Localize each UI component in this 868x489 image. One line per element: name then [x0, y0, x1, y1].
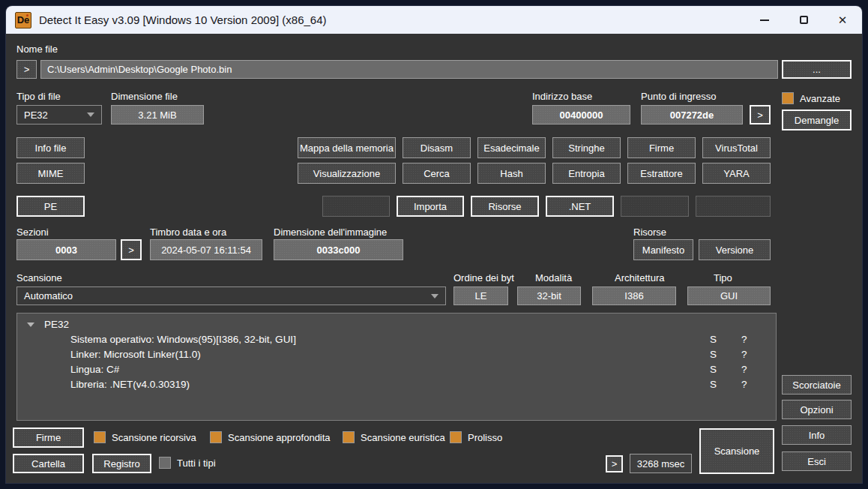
file-type-combo[interactable]: PE32: [16, 105, 102, 124]
advanced-label: Avanzate: [800, 93, 840, 104]
tree-root-pe32[interactable]: PE32: [44, 317, 69, 332]
import-button[interactable]: Importa: [397, 196, 464, 217]
disasm-button[interactable]: Disasm: [403, 137, 471, 158]
entry-point-value[interactable]: 007272de: [641, 105, 743, 124]
scan-method-value: Automatico: [24, 290, 73, 302]
minimize-icon: [760, 20, 769, 21]
info-button[interactable]: Info: [782, 425, 852, 445]
entry-point-goto-button[interactable]: >: [750, 105, 771, 124]
shortcuts-button[interactable]: Scorciatoie: [782, 375, 852, 394]
resources-button[interactable]: Risorse: [471, 196, 539, 217]
pe-button[interactable]: PE: [16, 196, 85, 217]
all-types-label: Tutti i tipi: [177, 458, 216, 469]
browse-button[interactable]: ...: [782, 60, 852, 79]
all-types-checkbox[interactable]: [159, 457, 171, 469]
result-row-language[interactable]: Lingua: C#: [70, 362, 119, 377]
signatures-button[interactable]: Firme: [13, 428, 84, 448]
timestamp-value[interactable]: 2024-05-07 16:11:54: [150, 239, 262, 260]
registry-button[interactable]: Registro: [92, 454, 151, 473]
extractor-button[interactable]: Estrattore: [627, 163, 696, 184]
elapsed-time: 3268 msec: [630, 454, 692, 473]
close-button[interactable]: ✕: [823, 6, 862, 34]
virustotal-button[interactable]: VirusTotal: [702, 137, 771, 158]
file-size-value[interactable]: 3.21 MiB: [111, 105, 204, 124]
signature-button-1[interactable]: S: [710, 347, 717, 362]
disabled-button-3: [696, 196, 771, 217]
window-title: Detect It Easy v3.09 [Windows 10 Version…: [39, 14, 327, 26]
signatures-tool-button[interactable]: Firme: [627, 137, 696, 158]
info-button-0[interactable]: ?: [741, 332, 747, 347]
sections-goto-button[interactable]: >: [121, 239, 142, 260]
memory-map-button[interactable]: Mappa della memoria: [298, 137, 396, 158]
base-address-value[interactable]: 00400000: [532, 105, 630, 124]
deep-scan-checkbox[interactable]: [210, 431, 222, 443]
heuristic-scan-label: Scansione euristica: [361, 432, 445, 443]
chevron-down-icon: [431, 294, 438, 298]
window-controls: ✕: [745, 6, 862, 34]
mode-value[interactable]: 32-bit: [517, 286, 581, 305]
manifest-button[interactable]: Manifesto: [633, 239, 693, 260]
mime-button[interactable]: MIME: [16, 163, 85, 184]
title-bar: De Detect It Easy v3.09 [Windows 10 Vers…: [6, 6, 862, 34]
resources-group-label: Risorse: [633, 226, 666, 238]
hash-button[interactable]: Hash: [477, 163, 546, 184]
result-row-os[interactable]: Sistema operativo: Windows(95)[I386, 32-…: [70, 332, 296, 347]
strings-button[interactable]: Stringhe: [552, 137, 621, 158]
timestamp-label: Timbro data e ora: [150, 226, 226, 238]
type-value[interactable]: GUI: [687, 286, 771, 305]
deep-scan-label: Scansione approfondita: [228, 432, 331, 443]
scan-method-combo[interactable]: Automatico: [16, 286, 446, 305]
options-button[interactable]: Opzioni: [782, 400, 852, 419]
sections-value[interactable]: 0003: [16, 239, 116, 260]
minimize-button[interactable]: [745, 6, 784, 34]
scan-results-panel: PE32 Sistema operativo: Windows(95)[I386…: [16, 313, 777, 421]
heuristic-scan-checkbox[interactable]: [343, 431, 355, 443]
info-file-button[interactable]: Info file: [16, 137, 85, 158]
image-size-label: Dimensione dell'immagine: [274, 226, 387, 238]
base-address-label: Indirizzo base: [532, 91, 592, 102]
version-button[interactable]: Versione: [699, 239, 771, 260]
open-file-button[interactable]: >: [16, 60, 37, 79]
app-icon: De: [15, 12, 31, 28]
endianness-label: Ordine dei byt: [453, 272, 515, 284]
visualization-button[interactable]: Visualizzazione: [298, 163, 396, 184]
dotnet-button[interactable]: .NET: [546, 196, 614, 217]
image-size-value[interactable]: 0033c000: [274, 239, 403, 260]
signature-button-3[interactable]: S: [710, 377, 717, 392]
app-window: De Detect It Easy v3.09 [Windows 10 Vers…: [6, 6, 862, 483]
mode-label: Modalità: [535, 272, 572, 284]
arch-label: Architettura: [615, 272, 664, 284]
recursive-scan-checkbox[interactable]: [94, 431, 106, 443]
file-path-input[interactable]: [40, 60, 778, 79]
entropy-button[interactable]: Entropia: [552, 163, 621, 184]
exit-button[interactable]: Esci: [782, 452, 852, 471]
directory-button[interactable]: Cartella: [13, 454, 84, 473]
scan-button[interactable]: Scansione: [699, 428, 774, 474]
disabled-button-1: [322, 196, 390, 217]
result-row-library[interactable]: Libreria: .NET(v4.0.30319): [70, 377, 190, 392]
entry-point-label: Punto di ingresso: [641, 91, 716, 102]
verbose-checkbox[interactable]: [450, 431, 462, 443]
info-button-2[interactable]: ?: [741, 362, 747, 377]
tree-expand-icon[interactable]: [27, 322, 34, 327]
file-name-label: Nome file: [16, 44, 58, 55]
demangle-button[interactable]: Demangle: [782, 110, 852, 130]
arch-value[interactable]: I386: [592, 286, 676, 305]
result-row-linker[interactable]: Linker: Microsoft Linker(11.0): [70, 347, 201, 362]
recursive-scan-label: Scansione ricorsiva: [112, 432, 196, 443]
maximize-button[interactable]: [784, 6, 823, 34]
yara-button[interactable]: YARA: [702, 163, 771, 184]
advanced-checkbox[interactable]: [782, 92, 794, 104]
search-button[interactable]: Cerca: [403, 163, 471, 184]
hex-button[interactable]: Esadecimale: [477, 137, 546, 158]
disabled-button-2: [621, 196, 689, 217]
file-type-label: Tipo di file: [16, 91, 61, 102]
log-button[interactable]: >: [606, 455, 623, 472]
endianness-value[interactable]: LE: [453, 286, 508, 305]
signature-button-2[interactable]: S: [710, 362, 717, 377]
sections-label: Sezioni: [16, 226, 49, 238]
signature-button-0[interactable]: S: [710, 332, 717, 347]
info-button-3[interactable]: ?: [741, 377, 747, 392]
info-button-1[interactable]: ?: [741, 347, 747, 362]
scan-label: Scansione: [16, 272, 62, 284]
